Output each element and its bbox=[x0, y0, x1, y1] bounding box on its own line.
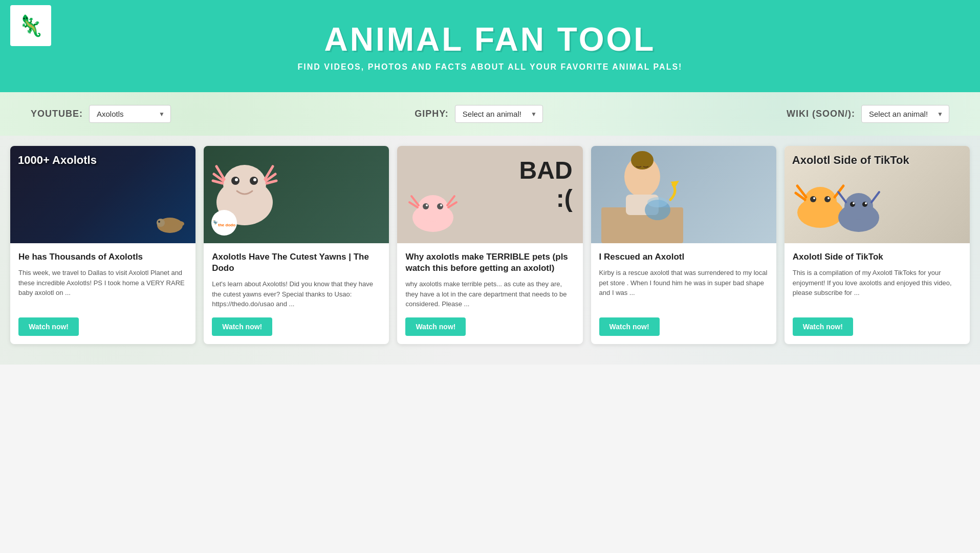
svg-point-24 bbox=[426, 204, 428, 206]
svg-point-5 bbox=[223, 165, 266, 204]
svg-point-23 bbox=[437, 203, 443, 209]
svg-line-11 bbox=[267, 181, 276, 183]
svg-point-32 bbox=[647, 197, 668, 207]
youtube-select[interactable]: Axolotls Dogs Cats Birds bbox=[89, 105, 171, 123]
card-thumbnail-4 bbox=[591, 146, 776, 243]
svg-point-29 bbox=[631, 151, 654, 169]
card-desc-2: Let's learn about Axolotls! Did you know… bbox=[212, 279, 381, 309]
watch-button-4[interactable]: Watch now! bbox=[599, 317, 660, 336]
svg-point-39 bbox=[810, 196, 816, 202]
dodo-logo: 🦤the dodo bbox=[211, 210, 237, 236]
card-body-2: Axolotls Have The Cutest Yawns | The Dod… bbox=[204, 243, 389, 344]
svg-point-15 bbox=[253, 178, 256, 181]
video-card-1: 1000+ Axolotls He has Thousands of Axolo… bbox=[10, 146, 195, 344]
svg-point-14 bbox=[235, 178, 238, 181]
video-card-2: 🦤the dodo Axolotls Have The Cutest Yawns… bbox=[204, 146, 389, 344]
wiki-select[interactable]: Select an animal! Axolotls Dogs Cats bbox=[861, 105, 949, 123]
video-card-5: Axolotl Side of TikTok bbox=[785, 146, 970, 344]
card-body-3: Why axolotls make TERRIBLE pets (pls wat… bbox=[397, 243, 582, 344]
svg-point-2 bbox=[176, 221, 184, 226]
thumb-illustration-4 bbox=[591, 146, 693, 243]
page-title: ANIMAL FAN TOOL bbox=[20, 20, 960, 58]
watch-button-1[interactable]: Watch now! bbox=[18, 317, 79, 336]
card-thumbnail-1: 1000+ Axolotls bbox=[10, 146, 195, 243]
giphy-select[interactable]: Select an animal! Axolotls Dogs Cats bbox=[455, 105, 543, 123]
watch-button-3[interactable]: Watch now! bbox=[405, 317, 466, 336]
card-desc-4: Kirby is a rescue axolotl that was surre… bbox=[599, 268, 768, 309]
svg-marker-33 bbox=[670, 181, 679, 187]
giphy-label: GIPHY: bbox=[415, 109, 449, 119]
svg-point-50 bbox=[865, 202, 867, 204]
svg-point-1 bbox=[157, 219, 165, 227]
svg-point-48 bbox=[862, 202, 867, 207]
svg-point-40 bbox=[824, 196, 831, 202]
svg-point-47 bbox=[850, 202, 855, 207]
svg-point-44 bbox=[844, 193, 873, 220]
thumb-illustration-1 bbox=[149, 207, 190, 238]
card-body-5: Axolotl Side of TikTok This is a compila… bbox=[785, 243, 970, 344]
card-title-1: He has Thousands of Axolotls bbox=[18, 251, 187, 263]
card-body-1: He has Thousands of Axolotls This week, … bbox=[10, 243, 195, 344]
svg-line-45 bbox=[838, 192, 846, 202]
card-title-2: Axolotls Have The Cutest Yawns | The Dod… bbox=[212, 251, 381, 274]
youtube-select-wrapper[interactable]: Axolotls Dogs Cats Birds bbox=[89, 105, 171, 123]
watch-button-5[interactable]: Watch now! bbox=[793, 317, 853, 336]
bad-text: BAD:( bbox=[519, 156, 573, 212]
page-header: 🦎 ANIMAL FAN TOOL FIND VIDEOS, PHOTOS AN… bbox=[0, 0, 980, 92]
card-title-4: I Rescued an Axolotl bbox=[599, 251, 768, 263]
svg-point-49 bbox=[853, 202, 855, 204]
thumb-illustration-5 bbox=[785, 146, 887, 243]
card-title-5: Axolotl Side of TikTok bbox=[793, 251, 962, 263]
svg-point-25 bbox=[440, 204, 442, 206]
bad-overlay: BAD:( bbox=[519, 156, 573, 212]
card-thumbnail-2: 🦤the dodo bbox=[204, 146, 389, 243]
svg-point-42 bbox=[827, 197, 830, 199]
youtube-label: YOUTUBE: bbox=[31, 109, 83, 119]
card-body-4: I Rescued an Axolotl Kirby is a rescue a… bbox=[591, 243, 776, 344]
svg-point-22 bbox=[423, 203, 429, 209]
thumb-illustration-3 bbox=[402, 187, 464, 238]
cards-section: 1000+ Axolotls He has Thousands of Axolo… bbox=[0, 136, 980, 365]
cards-container: 1000+ Axolotls He has Thousands of Axolo… bbox=[10, 146, 970, 344]
svg-point-41 bbox=[813, 197, 815, 199]
card-desc-5: This is a compilation of my Axolotl TikT… bbox=[793, 268, 962, 309]
svg-point-3 bbox=[158, 221, 160, 223]
video-card-3: BAD:( Why axolotls make TERRIBLE bbox=[397, 146, 582, 344]
svg-point-35 bbox=[804, 187, 837, 216]
card-thumbnail-5: Axolotl Side of TikTok bbox=[785, 146, 970, 243]
giphy-select-wrapper[interactable]: Select an animal! Axolotls Dogs Cats bbox=[455, 105, 543, 123]
svg-line-8 bbox=[213, 181, 223, 183]
watch-button-2[interactable]: Watch now! bbox=[212, 317, 272, 336]
page-subtitle: FIND VIDEOS, PHOTOS AND FACTS ABOUT ALL … bbox=[20, 62, 960, 72]
wiki-select-wrapper[interactable]: Select an animal! Axolotls Dogs Cats bbox=[861, 105, 949, 123]
wiki-label: WIKI (SOON/): bbox=[787, 109, 855, 119]
svg-point-17 bbox=[418, 195, 448, 222]
card-thumbnail-3: BAD:( bbox=[397, 146, 582, 243]
card-desc-3: why axolotls make terrible pets... as cu… bbox=[405, 279, 574, 309]
filter-section: YOUTUBE: Axolotls Dogs Cats Birds GIPHY:… bbox=[0, 92, 980, 136]
site-logo: 🦎 bbox=[10, 5, 51, 46]
svg-line-46 bbox=[872, 192, 879, 202]
wiki-filter-group: WIKI (SOON/): Select an animal! Axolotls… bbox=[787, 105, 949, 123]
thumb-text-1: 1000+ Axolotls bbox=[18, 154, 97, 167]
youtube-filter-group: YOUTUBE: Axolotls Dogs Cats Birds bbox=[31, 105, 171, 123]
video-card-4: I Rescued an Axolotl Kirby is a rescue a… bbox=[591, 146, 776, 344]
card-desc-1: This week, we travel to Dallas to visit … bbox=[18, 268, 187, 309]
giphy-filter-group: GIPHY: Select an animal! Axolotls Dogs C… bbox=[415, 105, 543, 123]
card-title-3: Why axolotls make TERRIBLE pets (pls wat… bbox=[405, 251, 574, 274]
